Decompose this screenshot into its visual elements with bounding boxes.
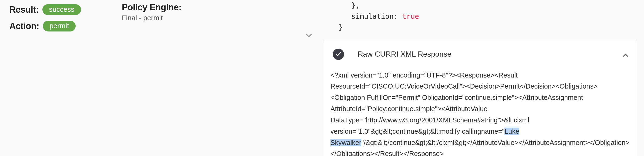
details-column: }, simulation: true } Raw CURRI XML Resp… — [323, 0, 644, 156]
raw-response-panel: Raw CURRI XML Response <?xml version="1.… — [323, 40, 637, 156]
policy-engine-title: Policy Engine: — [122, 2, 323, 13]
policy-column: Policy Engine: Final - permit — [112, 0, 323, 22]
result-badge: success — [42, 4, 81, 15]
action-badge: permit — [43, 21, 76, 32]
xml-text: "/&gt;&lt;/continue&gt;&lt;/cixml&gt;</A… — [330, 139, 630, 156]
code-key: simulation: — [351, 12, 402, 20]
result-label: Result: — [9, 5, 39, 15]
summary-column: Result: success Action: permit — [0, 0, 112, 37]
action-row: Action: permit — [9, 21, 112, 32]
result-row: Result: success — [9, 4, 112, 15]
xml-response-body: <?xml version="1.0" encoding="UTF-8"?><R… — [324, 68, 637, 156]
panel-header[interactable]: Raw CURRI XML Response — [324, 40, 637, 68]
xml-text: <?xml version="1.0" encoding="UTF-8"?><R… — [330, 71, 598, 135]
panel-title: Raw CURRI XML Response — [358, 50, 452, 58]
check-circle-icon — [333, 49, 344, 60]
code-value-true: true — [402, 12, 419, 20]
json-snippet: }, simulation: true } — [323, 0, 637, 33]
policy-engine-value: Final - permit — [122, 14, 323, 22]
code-line: } — [330, 23, 343, 31]
chevron-up-icon[interactable] — [621, 51, 630, 60]
chevron-down-icon[interactable] — [304, 31, 314, 41]
action-label: Action: — [9, 21, 39, 31]
code-line: }, — [330, 1, 360, 9]
